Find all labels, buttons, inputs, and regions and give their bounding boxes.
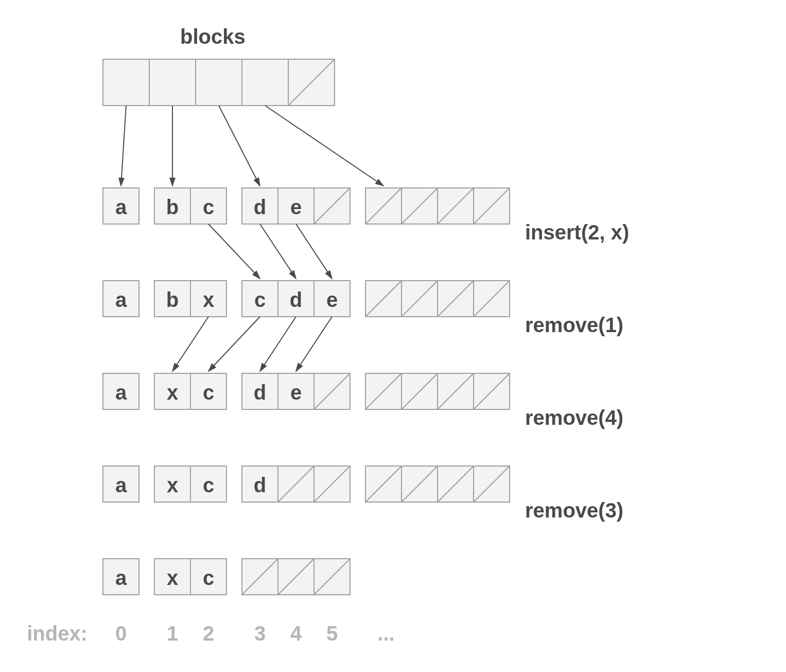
index-label: 5 <box>326 622 338 645</box>
data-cell-label: a <box>115 196 127 218</box>
data-cell-label: c <box>203 196 214 218</box>
data-cell-label: c <box>203 474 214 496</box>
data-cell-label: b <box>166 196 179 218</box>
pointer-arrow <box>172 317 208 371</box>
pointer-arrow <box>121 106 126 186</box>
data-cell-label: x <box>167 566 178 589</box>
index-ellipsis: ... <box>377 622 394 645</box>
data-cell-label: a <box>115 566 127 589</box>
pointer-arrow <box>296 317 332 371</box>
index-label: 1 <box>167 622 178 645</box>
top-block-cell <box>242 59 288 106</box>
data-cell-label: a <box>115 288 127 311</box>
operation-label: remove(3) <box>525 499 623 522</box>
data-cell-label: a <box>115 381 127 404</box>
top-block-cell <box>103 59 149 106</box>
index-label: 2 <box>203 622 214 645</box>
index-label: 4 <box>290 622 302 645</box>
blocks-title: blocks <box>180 25 246 48</box>
data-cell-label: c <box>203 566 214 589</box>
data-cell-label: d <box>254 474 266 496</box>
pointer-arrow <box>296 224 332 279</box>
pointer-arrow <box>219 106 260 186</box>
operation-label: remove(4) <box>525 406 623 429</box>
operation-label: remove(1) <box>525 314 623 336</box>
data-cell-label: c <box>203 381 214 404</box>
index-caption: index: <box>27 622 88 645</box>
top-block-cell <box>149 59 196 106</box>
pointer-arrow <box>260 317 296 371</box>
data-cell-label: a <box>115 474 127 496</box>
top-block-cell <box>196 59 242 106</box>
data-cell-label: x <box>167 474 178 496</box>
index-label: 0 <box>115 622 127 645</box>
data-cell-label: b <box>166 288 179 311</box>
data-cell-label: d <box>290 288 302 311</box>
pointer-arrow <box>265 106 383 186</box>
data-cell-label: x <box>203 288 214 311</box>
data-cell-label: d <box>254 381 266 404</box>
data-cell-label: e <box>290 196 302 218</box>
index-label: 3 <box>254 622 266 645</box>
pointer-arrow <box>208 224 260 279</box>
data-cell-label: c <box>254 288 266 311</box>
data-cell-label: e <box>326 288 338 311</box>
data-cell-label: x <box>167 381 178 404</box>
pointer-arrow <box>260 224 296 279</box>
operation-label: insert(2, x) <box>525 221 629 244</box>
pointer-arrow <box>208 317 260 371</box>
data-cell-label: e <box>290 381 302 404</box>
blocks-diagram: blocksabcdeabxcdeaxcdeaxcdaxcinsert(2, x… <box>0 0 786 672</box>
data-cell-label: d <box>254 196 266 218</box>
